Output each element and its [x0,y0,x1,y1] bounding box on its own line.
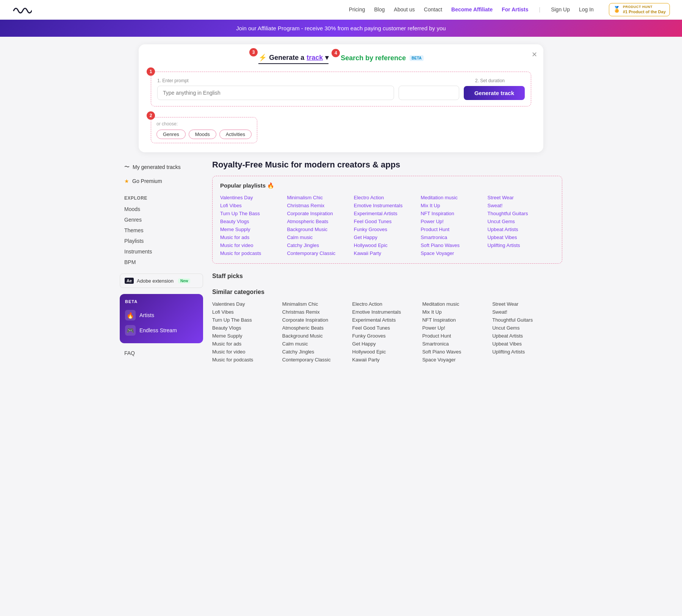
playlist-link[interactable]: Corporate Inspiration [287,210,354,217]
playlist-link[interactable]: Catchy Jingles [287,241,354,249]
similar-link[interactable]: Mix It Up [422,308,492,316]
playlist-link[interactable]: Space Voyager [421,249,487,257]
similar-link[interactable]: Funky Grooves [352,332,422,340]
moods-chip[interactable]: Moods [189,130,216,139]
playlist-link[interactable]: Atmospheric Beats [287,217,354,225]
nav-pricing[interactable]: Pricing [349,6,365,13]
playlist-link[interactable]: Beauty Vlogs [220,217,287,225]
playlist-link[interactable]: Background Music [287,225,354,233]
playlist-link[interactable]: Kawaii Party [354,249,421,257]
affiliate-banner[interactable]: Join our Affiliate Program - receive 30%… [0,20,682,37]
sidebar-item-moods[interactable]: Moods [120,204,203,214]
similar-link[interactable]: Get Happy [352,340,422,348]
nav-artists[interactable]: For Artists [502,6,528,13]
playlist-link[interactable]: Soft Piano Waves [421,241,487,249]
sidebar-beta-stream[interactable]: 🎮 Endless Stream [125,323,198,338]
nav-blog[interactable]: Blog [374,6,385,13]
activities-chip[interactable]: Activities [219,130,252,139]
similar-link[interactable]: Music for podcasts [212,356,282,364]
similar-link[interactable]: Uplifting Artists [492,348,562,356]
similar-link[interactable]: Music for ads [212,340,282,348]
similar-link[interactable]: Emotive Instrumentals [352,308,422,316]
nav-login[interactable]: Log In [579,6,594,13]
sidebar-beta-artists[interactable]: 🔥 Artists [125,308,198,323]
playlist-link[interactable]: Minimalism Chic [287,194,354,202]
playlist-link[interactable]: Music for ads [220,233,287,241]
playlist-link[interactable]: Uplifting Artists [488,241,554,249]
playlist-link[interactable]: Power Up! [421,217,487,225]
logo[interactable] [12,5,32,15]
playlist-link[interactable]: Electro Action [354,194,421,202]
playlist-link[interactable]: Upbeat Vibes [488,233,554,241]
similar-link[interactable]: Power Up! [422,324,492,332]
playlist-link[interactable]: Experimental Artists [354,210,421,217]
generate-track-button[interactable]: Generate track [464,86,525,100]
sidebar-generated-tracks[interactable]: 〜 My generated tracks [120,160,203,174]
playlist-link[interactable]: Street Wear [488,194,554,202]
similar-link[interactable]: Space Voyager [422,356,492,364]
sidebar-go-premium[interactable]: ★ Go Premium [120,174,203,188]
playlist-link[interactable]: Upbeat Artists [488,225,554,233]
similar-link[interactable]: Thoughtful Guitars [492,316,562,324]
playlist-link[interactable]: Emotive Instrumentals [354,202,421,210]
prompt-input[interactable] [157,86,394,100]
sidebar-item-instruments[interactable]: Instruments [120,246,203,257]
duration-input[interactable]: 00:45 [399,86,459,100]
playlist-link[interactable]: Christmas Remix [287,202,354,210]
similar-link[interactable]: Upbeat Vibes [492,340,562,348]
playlist-link[interactable]: Contemporary Classic [287,249,354,257]
sidebar-item-genres[interactable]: Genres [120,214,203,225]
close-button[interactable]: ✕ [532,50,537,59]
similar-link[interactable]: Music for video [212,348,282,356]
similar-link[interactable]: Feel Good Tunes [352,324,422,332]
similar-link[interactable]: Calm music [282,340,352,348]
playlist-link[interactable]: Feel Good Tunes [354,217,421,225]
nav-signup[interactable]: Sign Up [551,6,570,13]
tab-generate-track[interactable]: ⚡ Generate a track ▾ [258,53,328,64]
playlist-link[interactable]: NFT Inspiration [421,210,487,217]
similar-link[interactable]: Catchy Jingles [282,348,352,356]
playlist-link[interactable]: Product Hunt [421,225,487,233]
similar-link[interactable]: Uncut Gems [492,324,562,332]
similar-link[interactable]: Upbeat Artists [492,332,562,340]
playlist-link[interactable]: Lofi Vibes [220,202,287,210]
playlist-link[interactable]: Mix It Up [421,202,487,210]
playlist-link[interactable]: Sweat! [488,202,554,210]
playlist-link[interactable]: Meme Supply [220,225,287,233]
similar-link[interactable]: NFT Inspiration [422,316,492,324]
similar-link[interactable]: Electro Action [352,300,422,308]
nav-contact[interactable]: Contact [424,6,442,13]
sidebar-item-playlists[interactable]: Playlists [120,236,203,246]
similar-link[interactable]: Background Music [282,332,352,340]
playlist-link[interactable]: Calm music [287,233,354,241]
sidebar-adobe-extension[interactable]: Ae Adobe extension New [120,274,203,288]
sidebar-faq[interactable]: FAQ [120,346,203,360]
similar-link[interactable]: Beauty Vlogs [212,324,282,332]
similar-link[interactable]: Atmospheric Beats [282,324,352,332]
product-hunt-badge[interactable]: 🏅 PRODUCT HUNT #1 Product of the Day [609,3,670,17]
similar-link[interactable]: Turn Up The Bass [212,316,282,324]
similar-link[interactable]: Corporate Inspiration [282,316,352,324]
playlist-link[interactable]: Thoughtful Guitars [488,210,554,217]
playlist-link[interactable]: Music for podcasts [220,249,287,257]
playlist-link[interactable]: Music for video [220,241,287,249]
similar-link[interactable]: Minimalism Chic [282,300,352,308]
similar-link[interactable]: Valentines Day [212,300,282,308]
similar-link[interactable]: Kawaii Party [352,356,422,364]
playlist-link[interactable]: Smartronica [421,233,487,241]
sidebar-item-themes[interactable]: Themes [120,225,203,236]
similar-link[interactable]: Product Hunt [422,332,492,340]
similar-link[interactable]: Meditation music [422,300,492,308]
similar-link[interactable]: Street Wear [492,300,562,308]
similar-link[interactable]: Sweat! [492,308,562,316]
tab-search-reference[interactable]: Search by reference BETA [341,54,424,64]
playlist-link[interactable]: Get Happy [354,233,421,241]
genres-chip[interactable]: Genres [156,130,186,139]
nav-about[interactable]: About us [394,6,415,13]
similar-link[interactable]: Experimental Artists [352,316,422,324]
similar-link[interactable]: Smartronica [422,340,492,348]
playlist-link[interactable]: Funky Grooves [354,225,421,233]
similar-link[interactable]: Lofi Vibes [212,308,282,316]
playlist-link[interactable]: Meditation music [421,194,487,202]
similar-link[interactable]: Contemporary Classic [282,356,352,364]
